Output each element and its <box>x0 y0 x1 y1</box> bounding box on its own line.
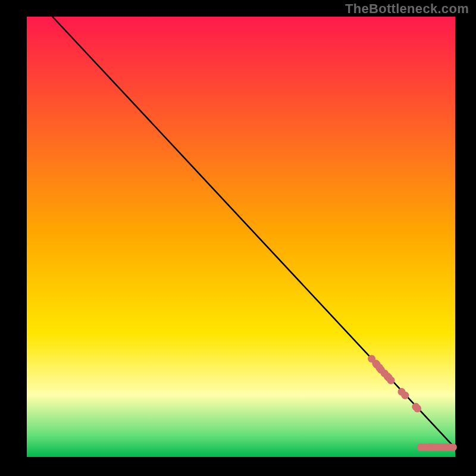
data-point <box>401 392 409 399</box>
chart-svg <box>0 0 476 476</box>
data-point <box>414 405 421 412</box>
watermark-text: TheBottleneck.com <box>345 1 469 17</box>
plot-area <box>27 17 455 457</box>
data-point <box>449 443 457 451</box>
data-point <box>387 377 395 384</box>
chart-container: TheBottleneck.com <box>0 0 476 476</box>
